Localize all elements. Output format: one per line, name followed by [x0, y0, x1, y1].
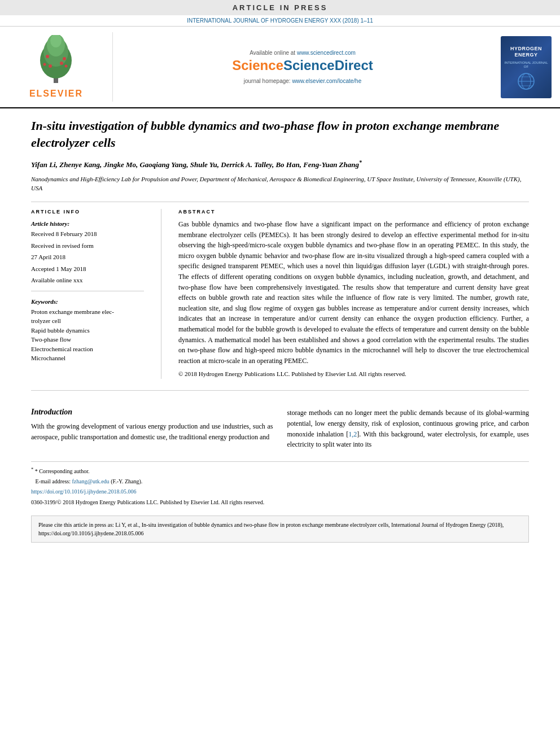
- copyright-line: 0360-3199/© 2018 Hydrogen Energy Publica…: [31, 498, 529, 506]
- keyword-3: Two-phase flow: [31, 335, 144, 344]
- footnotes: * * Corresponding author. E-mail address…: [31, 461, 529, 506]
- divider-keywords: [31, 291, 144, 291]
- history-label: Article history:: [31, 219, 144, 229]
- svg-point-9: [43, 63, 46, 66]
- journal-cover-title: HYDROGENENERGY: [508, 43, 545, 61]
- intro-heading: Introduction: [31, 408, 273, 417]
- journal-homepage-text: journal homepage: www.elsevier.com/locat…: [244, 78, 361, 84]
- elsevier-logo-area: ELSEVIER: [0, 32, 113, 102]
- keywords-section: Keywords: Proton exchange membrane elec-…: [31, 298, 144, 363]
- journal-ref: INTERNATIONAL JOURNAL OF HYDROGEN ENERGY…: [0, 15, 560, 27]
- divider-2: [31, 390, 529, 391]
- keyword-1: Proton exchange membrane elec-: [31, 307, 144, 317]
- cover-graphic-icon: [512, 71, 540, 91]
- svg-point-8: [60, 62, 63, 65]
- journal-homepage-link[interactable]: www.elsevier.com/locate/he: [292, 78, 361, 84]
- doi-link[interactable]: https://doi.org/10.1016/j.ijhydene.2018.…: [31, 488, 136, 495]
- citation-text: Please cite this article in press as: Li…: [38, 522, 504, 536]
- available-online-link[interactable]: www.sciencedirect.com: [297, 50, 356, 56]
- received-revised-date: 27 April 2018: [31, 252, 144, 262]
- elsevier-logo: ELSEVIER: [29, 35, 83, 99]
- received-date: Received 8 February 2018: [31, 229, 144, 239]
- affiliation: Nanodynamics and High-Efficiency Lab for…: [31, 175, 529, 193]
- svg-point-5: [46, 55, 49, 58]
- journal-cover: HYDROGENENERGY INTERNATIONAL JOURNAL OF: [501, 36, 552, 98]
- intro-two-col: Introduction With the growing developmen…: [31, 408, 529, 449]
- abstract-text: Gas bubble dynamics and two-phase flow h…: [178, 219, 529, 366]
- journal-cover-area: HYDROGENENERGY INTERNATIONAL JOURNAL OF: [492, 32, 560, 102]
- abstract-copyright: © 2018 Hydrogen Energy Publications LLC.…: [178, 369, 529, 379]
- journal-cover-subtitle: INTERNATIONAL JOURNAL OF: [501, 61, 552, 70]
- email-suffix: (F.-Y. Zhang).: [111, 478, 142, 484]
- elsevier-tree-icon: [33, 35, 78, 86]
- aip-banner-text: ARTICLE IN PRESS: [233, 3, 328, 12]
- keyword-4: Electrochemical reaction: [31, 344, 144, 354]
- aip-banner: ARTICLE IN PRESS: [0, 0, 560, 15]
- svg-point-10: [65, 65, 68, 68]
- info-abstract-section: ARTICLE INFO Article history: Received 8…: [31, 209, 529, 379]
- abstract-col: ABSTRACT Gas bubble dynamics and two-pha…: [178, 209, 529, 379]
- header-center: Available online at www.sciencedirect.co…: [113, 32, 492, 102]
- article-title: In-situ investigation of bubble dynamics…: [31, 117, 529, 151]
- available-online-text: Available online at www.sciencedirect.co…: [250, 50, 356, 56]
- article-body: In-situ investigation of bubble dynamics…: [0, 108, 560, 552]
- abstract-label: ABSTRACT: [178, 209, 529, 215]
- article-info-label: ARTICLE INFO: [31, 209, 144, 215]
- keyword-1b: trolyzer cell: [31, 316, 144, 326]
- accepted-date: Accepted 1 May 2018: [31, 264, 144, 274]
- article-history: Article history: Received 8 February 201…: [31, 219, 144, 285]
- elsevier-wordmark: ELSEVIER: [29, 89, 83, 99]
- page-wrapper: ARTICLE IN PRESS INTERNATIONAL JOURNAL O…: [0, 0, 560, 552]
- keyword-5: Microchannel: [31, 353, 144, 363]
- citation-box: Please cite this article in press as: Li…: [31, 516, 529, 543]
- intro-col-right: storage methods can no longer meet the p…: [287, 408, 530, 449]
- col-separator: [161, 209, 161, 379]
- ref-1[interactable]: 1,2: [348, 430, 357, 438]
- keywords-label: Keywords:: [31, 298, 144, 305]
- received-revised-label: Received in revised form: [31, 241, 144, 251]
- header-section: ELSEVIER Available online at www.science…: [0, 27, 560, 108]
- svg-point-7: [49, 64, 52, 68]
- footnote-doi: https://doi.org/10.1016/j.ijhydene.2018.…: [31, 487, 529, 496]
- email-link[interactable]: fzhang@utk.edu: [72, 478, 109, 484]
- authors-text: Yifan Li, Zhenye Kang, Jingke Mo, Gaoqia…: [31, 161, 359, 169]
- footnote-email: E-mail address: fzhang@utk.edu (F.-Y. Zh…: [31, 477, 529, 486]
- intro-text-left: With the growing development of various …: [31, 421, 273, 442]
- article-info-col: ARTICLE INFO Article history: Received 8…: [31, 209, 144, 379]
- journal-ref-text: INTERNATIONAL JOURNAL OF HYDROGEN ENERGY…: [187, 18, 373, 24]
- keyword-2: Rapid bubble dynamics: [31, 326, 144, 335]
- email-label: E-mail address:: [36, 478, 71, 484]
- available-date: Available online xxx: [31, 276, 144, 285]
- sciencedirect-logo: ScienceScienceDirect: [232, 58, 373, 73]
- corresponding-label: * Corresponding author.: [35, 468, 90, 474]
- intro-text-right: storage methods can no longer meet the p…: [287, 408, 530, 449]
- footnote-star: *: [31, 467, 33, 472]
- svg-point-6: [63, 57, 66, 60]
- authors: Yifan Li, Zhenye Kang, Jingke Mo, Gaoqia…: [31, 159, 529, 171]
- introduction-section: Introduction With the growing developmen…: [31, 408, 529, 449]
- intro-col-left: Introduction With the growing developmen…: [31, 408, 273, 449]
- divider-1: [31, 202, 529, 202]
- corresponding-star: *: [359, 159, 362, 165]
- footnote-corresponding: * * Corresponding author.: [31, 466, 529, 475]
